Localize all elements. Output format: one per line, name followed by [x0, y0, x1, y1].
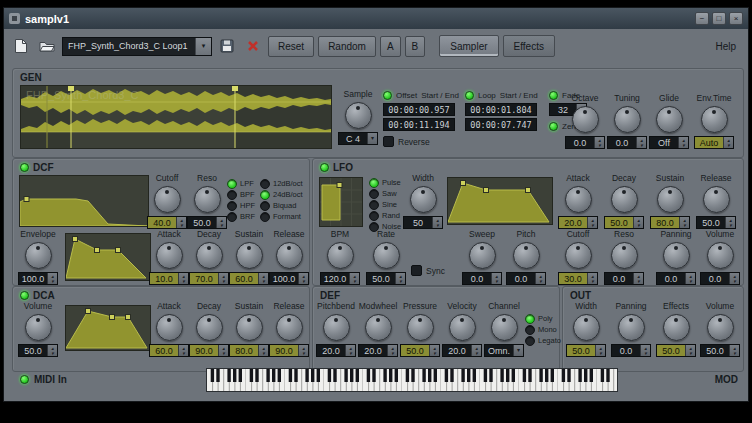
volume-spinbox[interactable]: 0.0▴▾ [700, 272, 740, 285]
spin-arrows-icon[interactable]: ▴▾ [218, 273, 228, 284]
panning-spinbox[interactable]: 0.0▴▾ [656, 272, 696, 285]
volume-spinbox[interactable]: 50.0▴▾ [18, 344, 58, 357]
spin-arrows-icon[interactable]: ▴▾ [640, 345, 650, 356]
reso-knob[interactable] [611, 242, 638, 269]
effects-knob[interactable] [663, 314, 690, 341]
spin-arrows-icon[interactable]: ▴▾ [535, 273, 545, 284]
spin-arrows-icon[interactable]: ▴▾ [47, 273, 57, 284]
decay-spinbox[interactable]: 50.0▴▾ [604, 216, 644, 229]
cutoff-knob[interactable] [154, 186, 181, 213]
width-knob[interactable] [410, 186, 437, 213]
radio-brf[interactable]: BRF [227, 211, 255, 222]
release-spinbox[interactable]: 50.0▴▾ [696, 216, 736, 229]
lfo-wave-display[interactable] [319, 177, 363, 227]
radio-pulse[interactable]: Pulse [369, 177, 401, 188]
sustain-knob[interactable] [236, 242, 263, 269]
waveform-display[interactable]: FHP_Synth_Chord3_C [20, 85, 332, 149]
cutoff-knob[interactable] [565, 242, 592, 269]
spin-arrows-icon[interactable]: ▴▾ [587, 273, 597, 284]
volume-spinbox[interactable]: 50.0▴▾ [700, 344, 740, 357]
a-button[interactable]: A [380, 36, 401, 57]
radio-legato[interactable]: Legato [525, 335, 561, 346]
attack-knob[interactable] [156, 242, 183, 269]
width-spinbox[interactable]: 50.0▴▾ [566, 344, 606, 357]
env-time-spinbox[interactable]: Auto▴▾ [694, 136, 734, 149]
spin-arrows-icon[interactable]: ▴▾ [685, 273, 695, 284]
delete-preset-button[interactable] [242, 36, 264, 56]
spin-arrows-icon[interactable]: ▴▾ [178, 345, 188, 356]
filter-response-display[interactable] [19, 175, 149, 227]
radio-12db-oct[interactable]: 12dB/oct [260, 178, 303, 189]
radio-lpf[interactable]: LPF [227, 178, 255, 189]
spin-arrows-icon[interactable]: ▴▾ [258, 273, 268, 284]
velocity-knob[interactable] [449, 314, 476, 341]
spin-arrows-icon[interactable]: ▴▾ [723, 137, 733, 148]
pitchbend-spinbox[interactable]: 20.0▴▾ [316, 344, 356, 357]
sample-knob[interactable] [345, 102, 372, 129]
width-spinbox[interactable]: 50▴▾ [403, 216, 443, 229]
pitch-knob[interactable] [513, 242, 540, 269]
sweep-knob[interactable] [469, 242, 496, 269]
radio-rand[interactable]: Rand [369, 210, 401, 221]
panning-spinbox[interactable]: 0.0▴▾ [611, 344, 651, 357]
radio-hpf[interactable]: HPF [227, 200, 255, 211]
spin-arrows-icon[interactable]: ▴▾ [345, 345, 355, 356]
volume-knob[interactable] [707, 242, 734, 269]
radio-24db-oct[interactable]: 24dB/oct [260, 189, 303, 200]
decay-knob[interactable] [196, 242, 223, 269]
release-knob[interactable] [276, 242, 303, 269]
loop-end-field[interactable]: 00:00:07.747 [465, 118, 537, 131]
spin-arrows-icon[interactable]: ▴▾ [395, 273, 405, 284]
radio-biquad[interactable]: Biquad [260, 200, 303, 211]
rate-knob[interactable] [373, 242, 400, 269]
spin-arrows-icon[interactable]: ▴▾ [176, 217, 186, 228]
attack-spinbox[interactable]: 60.0▴▾ [149, 344, 189, 357]
attack-spinbox[interactable]: 20.0▴▾ [558, 216, 598, 229]
b-button[interactable]: B [405, 36, 426, 57]
radio-poly[interactable]: Poly [525, 313, 561, 324]
octave-knob[interactable] [572, 106, 599, 133]
spin-arrows-icon[interactable]: ▴▾ [178, 273, 188, 284]
tab-sampler[interactable]: Sampler [439, 35, 498, 57]
release-spinbox[interactable]: 90.0▴▾ [269, 344, 309, 357]
loop-start-field[interactable]: 00:00:01.804 [465, 103, 537, 116]
help-button[interactable]: Help [709, 41, 742, 52]
spin-arrows-icon[interactable]: ▴▾ [633, 217, 643, 228]
chevron-down-icon[interactable]: ▾ [195, 38, 211, 55]
close-button[interactable]: × [729, 12, 743, 25]
random-button[interactable]: Random [318, 36, 376, 57]
preset-combo[interactable]: FHP_Synth_Chord3_C Loop1 ▾ [62, 37, 212, 56]
reso-spinbox[interactable]: 50.0▴▾ [187, 216, 227, 229]
pressure-knob[interactable] [407, 314, 434, 341]
tuning-knob[interactable] [614, 106, 641, 133]
spin-arrows-icon[interactable]: ▴▾ [429, 345, 439, 356]
volume-knob[interactable] [25, 314, 52, 341]
spin-arrows-icon[interactable]: ▴▾ [725, 217, 735, 228]
new-preset-button[interactable] [10, 36, 32, 56]
spin-arrows-icon[interactable]: ▴▾ [216, 217, 226, 228]
offset-end-field[interactable]: 00:00:11.194 [383, 118, 455, 131]
decay-knob[interactable] [611, 186, 638, 213]
decay-spinbox[interactable]: 70.0▴▾ [189, 272, 229, 285]
envelope-spinbox[interactable]: 100.0▴▾ [18, 272, 58, 285]
modwheel-spinbox[interactable]: 20.0▴▾ [358, 344, 398, 357]
sustain-knob[interactable] [236, 314, 263, 341]
chevron-down-icon[interactable]: ▾ [367, 133, 377, 144]
sustain-spinbox[interactable]: 60.0▴▾ [229, 272, 269, 285]
save-preset-button[interactable] [216, 36, 238, 56]
radio-formant[interactable]: Formant [260, 211, 303, 222]
chevron-down-icon[interactable]: ▾ [513, 345, 523, 356]
spin-arrows-icon[interactable]: ▴▾ [349, 273, 359, 284]
dca-envelope-display[interactable] [65, 305, 151, 351]
spin-arrows-icon[interactable]: ▴▾ [678, 137, 688, 148]
glide-spinbox[interactable]: Off▴▾ [649, 136, 689, 149]
pitch-spinbox[interactable]: 0.0▴▾ [506, 272, 546, 285]
glide-knob[interactable] [656, 106, 683, 133]
panning-knob[interactable] [663, 242, 690, 269]
titlebar[interactable]: samplv1 − □ × [4, 8, 748, 29]
sweep-spinbox[interactable]: 0.0▴▾ [462, 272, 502, 285]
offset-start-field[interactable]: 00:00:00.957 [383, 103, 455, 116]
sample-combo[interactable]: C 4▾ [338, 132, 378, 145]
lfo-envelope-display[interactable] [447, 177, 553, 225]
spin-arrows-icon[interactable]: ▴▾ [679, 217, 689, 228]
